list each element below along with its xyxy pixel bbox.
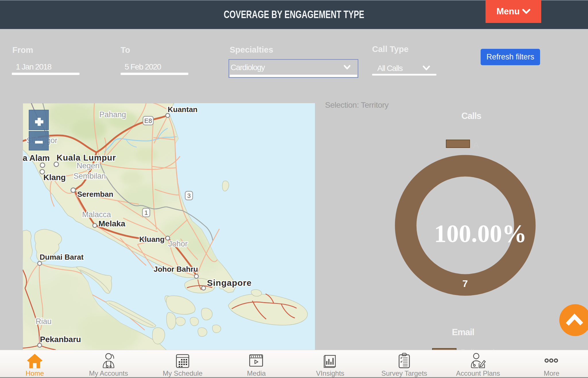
svg-text:Riau: Riau bbox=[36, 317, 52, 326]
svg-text:Melaka: Melaka bbox=[98, 219, 125, 228]
svg-text:Malacca: Malacca bbox=[82, 210, 111, 219]
svg-text:E8: E8 bbox=[144, 117, 152, 124]
svg-text:1: 1 bbox=[144, 209, 148, 216]
svg-text:3: 3 bbox=[187, 192, 191, 199]
svg-text:Johor: Johor bbox=[168, 240, 188, 248]
svg-text:Johor Bahru: Johor Bahru bbox=[154, 265, 198, 273]
svg-text:Pekanbaru: Pekanbaru bbox=[40, 335, 81, 344]
svg-text:a Alam: a Alam bbox=[23, 153, 50, 163]
svg-text:Seremban: Seremban bbox=[77, 190, 113, 198]
svg-text:Negeri: Negeri bbox=[77, 161, 100, 170]
svg-text:Sembilan: Sembilan bbox=[74, 172, 106, 180]
svg-text:Klang: Klang bbox=[43, 173, 66, 182]
svg-text:Dumai Barat: Dumai Barat bbox=[40, 253, 84, 261]
svg-text:Kuala Lumpur: Kuala Lumpur bbox=[57, 153, 116, 162]
svg-text:Kuantan: Kuantan bbox=[168, 105, 198, 114]
svg-text:Singapore: Singapore bbox=[207, 278, 252, 288]
svg-text:Pahang: Pahang bbox=[99, 110, 126, 119]
svg-text:Kluang: Kluang bbox=[139, 235, 165, 244]
